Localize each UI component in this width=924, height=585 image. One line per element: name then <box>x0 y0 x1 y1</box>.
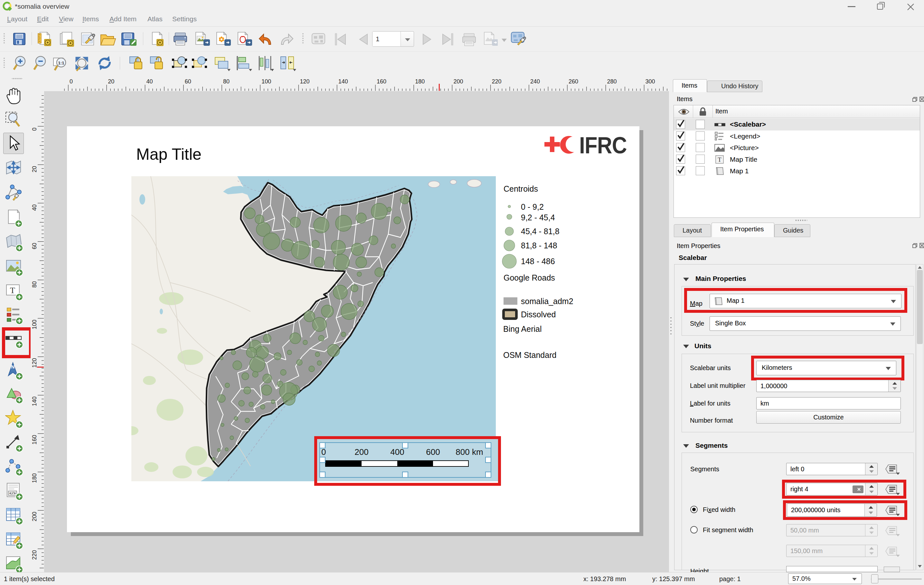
svg-text:80: 80 <box>223 78 229 85</box>
svg-text:0: 0 <box>69 78 73 85</box>
svg-text:40: 40 <box>147 78 153 85</box>
svg-text:120: 120 <box>300 78 309 85</box>
svg-text:100: 100 <box>261 78 271 85</box>
svg-text:200: 200 <box>31 512 38 521</box>
svg-text:180: 180 <box>415 78 425 85</box>
svg-text:0: 0 <box>31 127 38 131</box>
svg-text:T: T <box>718 156 721 163</box>
svg-text:280: 280 <box>607 78 617 85</box>
svg-text:160: 160 <box>31 435 38 445</box>
svg-text:60: 60 <box>31 243 38 250</box>
svg-text:60: 60 <box>185 78 191 85</box>
svg-text:140: 140 <box>338 78 348 85</box>
svg-text:20: 20 <box>31 166 38 172</box>
svg-text:40: 40 <box>31 205 38 211</box>
svg-text:N: N <box>11 364 15 370</box>
svg-text:260: 260 <box>569 78 578 85</box>
svg-text:120: 120 <box>31 358 38 368</box>
svg-text:220: 220 <box>31 550 38 560</box>
svg-text:180: 180 <box>31 473 38 483</box>
svg-text:100: 100 <box>31 319 38 329</box>
svg-text:200: 200 <box>453 78 463 85</box>
svg-text:240: 240 <box>530 78 540 85</box>
svg-text:220: 220 <box>492 78 502 85</box>
svg-text:1:1: 1:1 <box>58 61 64 65</box>
svg-text:</>: </> <box>9 492 16 496</box>
svg-text:300: 300 <box>645 78 655 85</box>
svg-text:20: 20 <box>108 78 114 85</box>
svg-text:140: 140 <box>31 397 38 406</box>
svg-text:80: 80 <box>31 281 38 288</box>
svg-text:IFRC: IFRC <box>579 134 627 156</box>
svg-text:T: T <box>10 286 15 295</box>
svg-text:160: 160 <box>377 78 386 85</box>
